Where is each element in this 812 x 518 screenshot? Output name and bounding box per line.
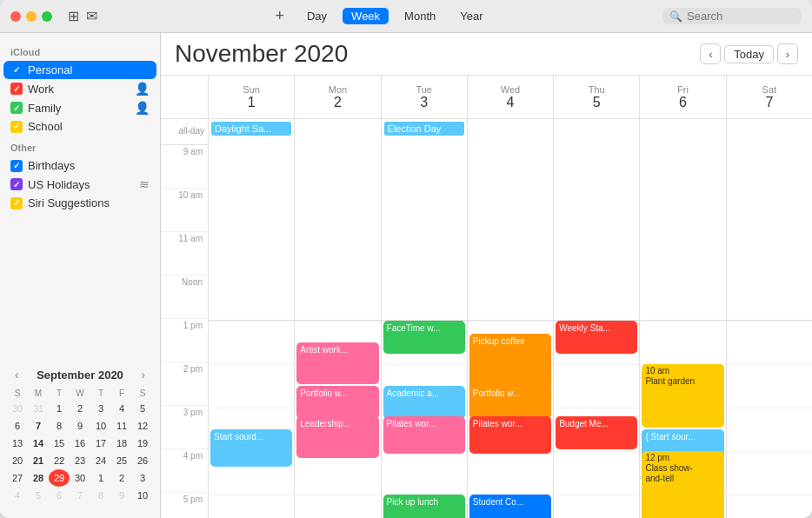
event-block[interactable]: Leadership...: [296, 416, 378, 458]
mini-cal-day[interactable]: 2: [70, 400, 90, 417]
next-week-button[interactable]: ›: [777, 43, 798, 64]
mini-cal-day[interactable]: 1: [49, 400, 70, 417]
allday-cell-5[interactable]: [640, 119, 725, 321]
mini-cal-day[interactable]: 30: [70, 469, 90, 487]
event-block[interactable]: Pick up lunch: [383, 495, 465, 518]
allday-event[interactable]: Daylight Sa...: [211, 122, 291, 136]
sidebar-item-birthdays[interactable]: Birthdays: [3, 156, 156, 175]
allday-cell-3[interactable]: [468, 119, 553, 321]
mini-cal-day[interactable]: 7: [70, 487, 90, 504]
mini-cal-day[interactable]: 17: [90, 435, 111, 452]
day-header-sun[interactable]: Sun1: [209, 76, 294, 119]
day-header-wed[interactable]: Wed4: [468, 76, 553, 119]
mini-cal-day[interactable]: 9: [70, 417, 90, 435]
event-block[interactable]: Artist work...: [296, 342, 378, 384]
mini-cal-day[interactable]: 24: [90, 452, 111, 469]
mini-cal-day[interactable]: 4: [111, 400, 132, 417]
event-block[interactable]: 10 am Plant garden: [642, 364, 723, 428]
prev-week-button[interactable]: ‹: [700, 43, 721, 64]
mini-cal-next-button[interactable]: ›: [136, 366, 150, 383]
sidebar-item-school[interactable]: School: [3, 117, 156, 136]
mini-cal-day[interactable]: 10: [90, 417, 111, 435]
sidebar-toggle-icon[interactable]: ⊞: [68, 8, 79, 24]
event-block[interactable]: Start sourd...: [210, 429, 292, 467]
event-block[interactable]: FaceTime w...: [383, 321, 465, 354]
event-block[interactable]: Academic a...: [383, 386, 465, 419]
allday-cell-4[interactable]: [554, 119, 639, 321]
mini-cal-day[interactable]: 27: [7, 469, 28, 487]
mini-cal-day[interactable]: 3: [90, 400, 111, 417]
mini-cal-day[interactable]: 21: [28, 452, 49, 469]
mini-cal-day[interactable]: 19: [132, 435, 153, 452]
sidebar-item-siri-suggestions[interactable]: Siri Suggestions: [3, 194, 156, 212]
sidebar-item-us-holidays[interactable]: US Holidays ≋: [3, 175, 156, 194]
event-block[interactable]: Portfolio w...: [469, 386, 551, 419]
mini-cal-day[interactable]: 13: [7, 435, 28, 452]
mini-cal-day[interactable]: 7: [28, 417, 49, 435]
mini-cal-day[interactable]: 10: [132, 487, 153, 504]
allday-cell-0[interactable]: Daylight Sa...: [209, 119, 294, 321]
search-input[interactable]: [687, 10, 795, 23]
mini-cal-day[interactable]: 3: [132, 469, 153, 487]
mini-cal-day[interactable]: 23: [70, 452, 90, 469]
mini-cal-day[interactable]: 5: [28, 487, 49, 504]
view-month-button[interactable]: Month: [396, 8, 444, 24]
event-block[interactable]: Student Co...: [469, 495, 551, 518]
day-label: Sat: [762, 84, 777, 95]
mini-cal-day[interactable]: 16: [70, 435, 90, 452]
day-header-mon[interactable]: Mon2: [295, 76, 380, 119]
event-block[interactable]: Pilates wor...: [469, 416, 551, 454]
time-slot-label: 5 pm: [161, 493, 208, 518]
mini-cal-day[interactable]: 1: [90, 469, 111, 487]
view-day-button[interactable]: Day: [298, 8, 336, 24]
mini-cal-day[interactable]: 20: [7, 452, 28, 469]
event-block[interactable]: Pilates wor...: [383, 416, 465, 454]
mini-cal-day[interactable]: 14: [28, 435, 49, 452]
sidebar-item-family[interactable]: Family 👤: [3, 98, 156, 117]
inbox-icon[interactable]: ✉: [86, 8, 97, 24]
mini-cal-day[interactable]: 8: [49, 417, 70, 435]
allday-cell-2[interactable]: Election Day: [382, 119, 467, 321]
mini-cal-day[interactable]: 30: [7, 400, 28, 417]
day-header-tue[interactable]: Tue3: [382, 76, 467, 119]
event-block[interactable]: Portfolio w...: [296, 386, 378, 419]
mini-cal-day[interactable]: 6: [7, 417, 28, 435]
mini-cal-day[interactable]: 5: [132, 400, 153, 417]
mini-cal-day[interactable]: 11: [111, 417, 132, 435]
mini-cal-day[interactable]: 18: [111, 435, 132, 452]
hour-line: [554, 364, 639, 365]
close-button[interactable]: [10, 11, 21, 22]
mini-cal-day[interactable]: 26: [132, 452, 153, 469]
allday-cell-1[interactable]: [295, 119, 380, 321]
allday-event[interactable]: Election Day: [384, 122, 464, 136]
mini-cal-day[interactable]: 12: [132, 417, 153, 435]
event-block[interactable]: Budget Me...: [556, 416, 637, 449]
today-button[interactable]: Today: [724, 45, 774, 63]
day-header-fri[interactable]: Fri6: [640, 76, 725, 119]
add-event-button[interactable]: +: [275, 7, 284, 25]
mini-cal-day[interactable]: 29: [49, 469, 70, 487]
mini-cal-day[interactable]: 6: [49, 487, 70, 504]
mini-cal-prev-button[interactable]: ‹: [10, 366, 23, 383]
mini-cal-day[interactable]: 2: [111, 469, 132, 487]
mini-cal-day[interactable]: 28: [28, 469, 49, 487]
mini-cal-day[interactable]: 15: [49, 435, 70, 452]
maximize-button[interactable]: [42, 11, 52, 22]
minimize-button[interactable]: [26, 11, 37, 22]
mini-cal-day[interactable]: 22: [49, 452, 70, 469]
mini-cal-day[interactable]: 25: [111, 452, 132, 469]
view-week-button[interactable]: Week: [343, 8, 389, 24]
search-box[interactable]: 🔍: [662, 8, 802, 24]
event-block[interactable]: 12 pm Class show- and-tell: [642, 451, 723, 518]
mini-cal-day[interactable]: 9: [111, 487, 132, 504]
sidebar-item-personal[interactable]: Personal: [3, 61, 156, 79]
mini-cal-day[interactable]: 4: [7, 487, 28, 504]
day-header-thu[interactable]: Thu5: [554, 76, 639, 119]
allday-cell-6[interactable]: [727, 119, 812, 321]
mini-cal-day[interactable]: 8: [90, 487, 111, 504]
event-block[interactable]: Weekly Sta...: [556, 321, 637, 354]
day-header-sat[interactable]: Sat7: [727, 76, 812, 119]
mini-cal-day[interactable]: 31: [28, 400, 49, 417]
sidebar-item-work[interactable]: Work 👤: [3, 79, 156, 98]
view-year-button[interactable]: Year: [451, 8, 491, 24]
